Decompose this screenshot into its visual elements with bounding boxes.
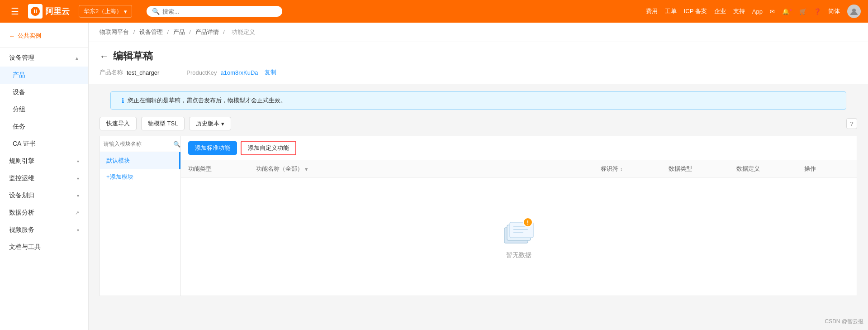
nav-ticket[interactable]: 工单 bbox=[665, 7, 677, 15]
nav-help-icon[interactable]: ❓ bbox=[814, 8, 821, 15]
sidebar: ← 公共实例 设备管理 ▲ 产品 设备 分组 任务 CA 证书 bbox=[0, 23, 89, 330]
nav-bell-icon[interactable]: 🔔● bbox=[782, 7, 792, 15]
sidebar-group-header-monitor[interactable]: 监控运维 ▾ bbox=[0, 170, 88, 187]
sidebar-item-device[interactable]: 设备 bbox=[0, 84, 88, 101]
nav-app[interactable]: App bbox=[752, 8, 763, 15]
external-link-icon: ↗ bbox=[75, 210, 79, 216]
nav-enterprise[interactable]: 企业 bbox=[714, 7, 726, 15]
sidebar-group-header-device-attr[interactable]: 设备划归 ▾ bbox=[0, 187, 88, 204]
nav-logo-text: 阿里云 bbox=[45, 6, 70, 17]
toolbar: 快速导入 物模型 TSL 历史版本 ▾ ? bbox=[89, 117, 868, 136]
page-title: 编辑草稿 bbox=[113, 49, 153, 63]
nav-logo: 阿里云 bbox=[28, 4, 70, 19]
search-icon: 🔍 bbox=[152, 8, 160, 15]
module-search-icon[interactable]: 🔍 bbox=[173, 141, 180, 148]
nav-cost[interactable]: 费用 bbox=[646, 7, 658, 15]
th-data-type: 数据类型 bbox=[669, 165, 736, 173]
sidebar-group-header-docs[interactable]: 文档与工具 bbox=[0, 239, 88, 256]
back-arrow-icon: ← bbox=[9, 33, 15, 39]
search-input[interactable] bbox=[162, 8, 277, 15]
page-header: ← 编辑草稿 产品名称 test_charger ProductKey a1om… bbox=[89, 42, 868, 84]
sidebar-group-data-analysis: 数据分析 ↗ bbox=[0, 204, 88, 221]
filter-icon[interactable]: ▾ bbox=[305, 166, 308, 172]
breadcrumb-product[interactable]: 产品 bbox=[173, 29, 185, 35]
nav-cart-icon[interactable]: 🛒 bbox=[799, 8, 806, 15]
breadcrumb: 物联网平台 / 设备管理 / 产品 / 产品详情 / 功能定义 bbox=[89, 23, 868, 42]
sort-icon[interactable]: ↕ bbox=[620, 166, 623, 172]
module-search-input[interactable] bbox=[104, 141, 171, 147]
sidebar-item-group[interactable]: 分组 bbox=[0, 101, 88, 118]
sidebar-group-header-data[interactable]: 数据分析 ↗ bbox=[0, 204, 88, 221]
svg-text:!: ! bbox=[527, 219, 529, 226]
sidebar-group-device-attr: 设备划归 ▾ bbox=[0, 187, 88, 204]
th-function-name: 功能名称（全部） ▾ bbox=[256, 165, 601, 173]
sidebar-divider-1 bbox=[0, 47, 88, 48]
th-function-type: 功能类型 bbox=[188, 165, 256, 173]
sidebar-item-product[interactable]: 产品 bbox=[0, 67, 88, 84]
main-layout: ← 公共实例 设备管理 ▲ 产品 设备 分组 任务 CA 证书 bbox=[0, 23, 868, 330]
breadcrumb-iot[interactable]: 物联网平台 bbox=[100, 29, 129, 35]
video-label: 视频服务 bbox=[9, 226, 34, 234]
breadcrumb-current: 功能定义 bbox=[232, 29, 255, 35]
content-area: 🔍 + 默认模块 +添加模块 添加标准功能 添加自定义功能 bbox=[89, 136, 868, 296]
th-operation: 操作 bbox=[804, 165, 849, 173]
sidebar-item-ca-cert[interactable]: CA 证书 bbox=[0, 135, 88, 153]
nav-icp[interactable]: ICP 备案 bbox=[684, 7, 707, 15]
product-key-label: ProductKey bbox=[186, 69, 217, 76]
breadcrumb-sep-2: / bbox=[167, 29, 170, 35]
page-meta: 产品名称 test_charger ProductKey a1om8rxKuDa… bbox=[100, 68, 857, 84]
chevron-down-icon-video: ▾ bbox=[77, 228, 79, 233]
copy-button[interactable]: 复制 bbox=[265, 68, 276, 77]
th-identifier: 标识符 ↕ bbox=[601, 165, 669, 173]
sidebar-group-header-rules[interactable]: 规则引擎 ▾ bbox=[0, 153, 88, 170]
rules-label: 规则引擎 bbox=[9, 157, 34, 165]
add-standard-function-tab[interactable]: 添加标准功能 bbox=[188, 141, 237, 155]
chevron-down-icon-monitor: ▾ bbox=[77, 176, 79, 181]
product-name-value: test_charger bbox=[127, 69, 159, 76]
add-module-link[interactable]: +添加模块 bbox=[100, 169, 180, 185]
sidebar-item-task[interactable]: 任务 bbox=[0, 118, 88, 135]
nav-mail-icon[interactable]: ✉ bbox=[770, 8, 775, 15]
sidebar-group-header-video[interactable]: 视频服务 ▾ bbox=[0, 221, 88, 239]
sidebar-group-rules: 规则引擎 ▾ bbox=[0, 153, 88, 170]
info-icon: ℹ bbox=[122, 97, 124, 104]
region-chevron-icon: ▾ bbox=[124, 8, 127, 15]
default-module-item[interactable]: 默认模块 bbox=[100, 152, 180, 169]
main-content: 物联网平台 / 设备管理 / 产品 / 产品详情 / 功能定义 ← 编辑草稿 产… bbox=[89, 23, 868, 330]
region-selector[interactable]: 华东2（上海） ▾ bbox=[79, 5, 132, 18]
info-banner-text: 您正在编辑的是草稿，需点击发布后，物模型才会正式生效。 bbox=[128, 96, 286, 105]
product-name-meta: 产品名称 test_charger bbox=[100, 68, 159, 77]
sidebar-group-monitor: 监控运维 ▾ bbox=[0, 170, 88, 187]
device-attr-label: 设备划归 bbox=[9, 191, 34, 200]
region-text: 华东2（上海） bbox=[84, 7, 122, 15]
top-nav: ☰ 阿里云 华东2（上海） ▾ 🔍 费用 工单 ICP 备案 企业 支持 App… bbox=[0, 0, 868, 23]
history-version-button[interactable]: 历史版本 ▾ bbox=[189, 117, 231, 130]
nav-support[interactable]: 支持 bbox=[733, 7, 745, 15]
add-module-text: +添加模块 bbox=[106, 173, 133, 180]
nav-lang[interactable]: 简体 bbox=[828, 7, 840, 15]
chevron-up-icon: ▲ bbox=[75, 56, 79, 61]
quick-import-button[interactable]: 快速导入 bbox=[100, 117, 137, 130]
function-tabs: 添加标准功能 添加自定义功能 bbox=[181, 136, 857, 160]
nav-right-items: 费用 工单 ICP 备案 企业 支持 App ✉ 🔔● 🛒 ❓ 简体 bbox=[646, 5, 861, 18]
breadcrumb-device-mgmt[interactable]: 设备管理 bbox=[139, 29, 163, 35]
sidebar-public-case[interactable]: ← 公共实例 bbox=[0, 26, 88, 45]
toolbar-right: ? bbox=[846, 118, 857, 129]
tsl-model-button[interactable]: 物模型 TSL bbox=[141, 117, 185, 130]
global-search[interactable]: 🔍 bbox=[147, 6, 282, 17]
sidebar-group-header-device[interactable]: 设备管理 ▲ bbox=[0, 49, 88, 67]
breadcrumb-sep-1: / bbox=[133, 29, 137, 35]
monitor-label: 监控运维 bbox=[9, 174, 34, 182]
table-area: 添加标准功能 添加自定义功能 功能类型 功能名称（全部） ▾ 标识符 ↕ bbox=[181, 136, 857, 296]
info-banner-wrapper: ℹ 您正在编辑的是草稿，需点击发布后，物模型才会正式生效。 bbox=[100, 91, 857, 110]
add-custom-function-tab[interactable]: 添加自定义功能 bbox=[241, 141, 296, 155]
sidebar-group-device-management: 设备管理 ▲ 产品 设备 分组 任务 CA 证书 bbox=[0, 49, 88, 153]
back-button[interactable]: ← bbox=[100, 51, 109, 62]
breadcrumb-product-detail[interactable]: 产品详情 bbox=[195, 29, 219, 35]
avatar[interactable] bbox=[847, 5, 861, 18]
sidebar-group-docs: 文档与工具 bbox=[0, 239, 88, 256]
hamburger-icon[interactable]: ☰ bbox=[7, 4, 23, 19]
product-key-meta: ProductKey a1om8rxKuDa 复制 bbox=[186, 68, 276, 77]
product-key-value: a1om8rxKuDa bbox=[220, 69, 258, 76]
help-button[interactable]: ? bbox=[846, 118, 857, 129]
